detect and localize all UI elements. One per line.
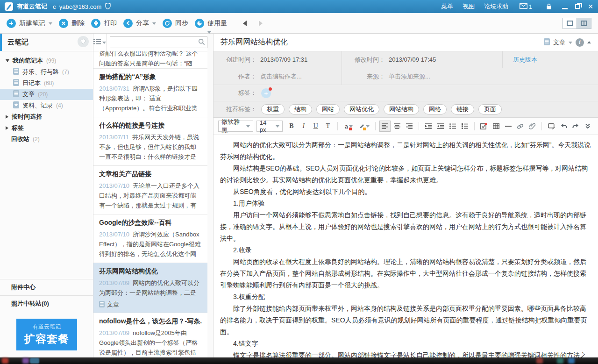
photo-station-link[interactable]: 照片中转站(0): [0, 295, 93, 312]
history-versions-link[interactable]: 历史版本: [513, 56, 537, 64]
note-list-item-selected[interactable]: 芬乐网网站结构优化 2013/07/09网站内的优化大致可以分为两部分：一是网站…: [93, 263, 207, 313]
note-content[interactable]: 网站内的优化大致可以分为两部分：一是网站结构调整，二是针对网站上的相关词的相关性…: [214, 135, 598, 357]
bold-button[interactable]: B: [286, 121, 297, 132]
sync-button[interactable]: 同步: [163, 19, 188, 28]
search-input[interactable]: [110, 39, 198, 46]
note-title[interactable]: 芬乐网网站结构优化: [221, 37, 288, 47]
print-button[interactable]: 打印: [91, 19, 117, 28]
sidebar-item-notebook[interactable]: 资料、记录 (4): [0, 100, 93, 111]
view-single-pane-button[interactable]: [562, 18, 577, 29]
undo-button[interactable]: [558, 121, 569, 132]
windows-taskbar[interactable]: [0, 357, 598, 364]
paragraph[interactable]: 从SEO角度看，优化网站要达到以下几个目的。: [220, 186, 591, 198]
suggested-tag[interactable]: 网站: [316, 104, 340, 114]
close-button[interactable]: ✕: [588, 3, 593, 10]
paragraph[interactable]: 网站结构是SEO的基础。SEO人员对页面优化讨论的比较多，如页面上关键词怎样分布…: [220, 163, 591, 186]
account-shield-icon[interactable]: [105, 3, 111, 11]
paragraph[interactable]: 用户访问一个网站必须能够不假思索地自如点击链接，找到自己想要的信息。这有赖于良好…: [220, 209, 591, 244]
suggested-tag[interactable]: 页面: [478, 104, 502, 114]
font-size-select[interactable]: 14 px: [256, 121, 283, 132]
note-list-item[interactable]: 文章相关产品链接 2013/07/10无论单一入口还是多个入口结构，对最终产品页…: [93, 166, 207, 214]
paragraph[interactable]: 3.权重分配: [220, 291, 591, 303]
font-color-button[interactable]: a: [342, 121, 356, 132]
view-menu-button[interactable]: 视图: [463, 2, 475, 11]
insert-link-button[interactable]: [515, 121, 526, 132]
highlight-color-button[interactable]: [357, 121, 371, 132]
redo-button[interactable]: [570, 121, 581, 132]
sidebar-item-notebook-selected[interactable]: 文章 (20): [0, 89, 93, 100]
more-tools-chevron-button[interactable]: [582, 121, 593, 132]
expand-arrow-icon[interactable]: [6, 59, 9, 62]
history-back-button[interactable]: [240, 21, 247, 26]
history-forward-button[interactable]: [259, 21, 265, 26]
paragraph[interactable]: 1.用户体验: [220, 198, 591, 209]
collapse-arrow-icon[interactable]: [6, 126, 8, 130]
share-button[interactable]: 分享: [123, 19, 156, 28]
italic-button[interactable]: I: [298, 121, 309, 132]
author-field[interactable]: 点击编辑作者...: [260, 72, 302, 81]
list-scrollbar[interactable]: [207, 34, 214, 357]
usage-button[interactable]: 使用量: [195, 19, 227, 28]
search-icon[interactable]: [198, 38, 205, 47]
suggested-tag[interactable]: 结构: [289, 104, 312, 114]
minimize-button[interactable]: [562, 8, 568, 9]
restore-button[interactable]: [575, 4, 580, 9]
align-left-button[interactable]: [379, 121, 391, 132]
source-field[interactable]: 单击添加来源...: [389, 72, 430, 81]
sidebar-item-notebook[interactable]: 日记本 (68): [0, 78, 93, 89]
todo-checkbox-button[interactable]: [478, 121, 490, 132]
note-list-item[interactable]: 服饰搭配的“A”形象 2013/07/31所谓A形象，是指以下四种形象表达，即：…: [93, 69, 207, 117]
paragraph[interactable]: 网站内的优化大致可以分为两部分：一是网站结构调整，二是针对网站上的相关词的相关性…: [220, 139, 591, 163]
insert-table-button[interactable]: [491, 121, 502, 132]
forum-help-button[interactable]: 论坛求助: [484, 2, 508, 11]
paragraph[interactable]: 网站页面的收录在很大程度上依靠良好的网站结构。理论上，清晰的网站结构很容易说清楚…: [220, 256, 591, 291]
sidebar-item-by-time[interactable]: 按时间选择: [0, 111, 93, 122]
note-list-item[interactable]: 搭配什么衣服出席何种活动呢？ 这个问题的答案只是简单的一句话：“随意。”没有..…: [93, 51, 207, 69]
chevron-down-icon[interactable]: [152, 22, 156, 27]
add-tag-button[interactable]: +: [261, 88, 271, 98]
new-note-button[interactable]: 新建笔记: [7, 19, 52, 28]
suggested-tag[interactable]: 网站优化: [344, 104, 379, 114]
storage-upgrade-ad[interactable]: 有道云笔记 扩容套餐: [16, 319, 77, 350]
sidebar-item-notebook[interactable]: 芬乐、行与路 (7): [0, 66, 93, 78]
lock-button[interactable]: [546, 3, 552, 10]
align-center-button[interactable]: [392, 121, 403, 132]
underline-button[interactable]: U: [310, 121, 321, 132]
font-family-select[interactable]: 微软雅黑: [218, 121, 253, 132]
horizontal-rule-button[interactable]: [503, 121, 514, 132]
delete-button[interactable]: 删除: [59, 19, 85, 28]
indent-decrease-button[interactable]: [435, 121, 446, 132]
paragraph[interactable]: 2.收录: [220, 244, 591, 256]
sidebar-item-my-notebooks[interactable]: 我的笔记本 (99): [0, 55, 93, 66]
chevron-down-icon[interactable]: [569, 42, 572, 46]
sidebar-item-tags[interactable]: 标签: [0, 122, 93, 134]
menu-button[interactable]: 菜单: [441, 2, 453, 11]
numbered-list-button[interactable]: [459, 121, 470, 132]
indent-increase-button[interactable]: [423, 121, 434, 132]
sidebar-item-trash[interactable]: 回收站 (2): [0, 134, 93, 145]
highlight-block-button[interactable]: [546, 121, 557, 132]
collapse-meta-chevron-icon[interactable]: [587, 39, 591, 43]
bullet-list-button[interactable]: [447, 121, 458, 132]
chevron-down-icon[interactable]: [49, 22, 52, 27]
suggested-tag[interactable]: 链接: [451, 104, 474, 114]
collapse-arrow-icon[interactable]: [6, 115, 8, 119]
paragraph[interactable]: 锚文字是排名算法很重要的一部分。网站内部链接锚文字是站长自己能控制的，所以是最主…: [220, 350, 591, 357]
suggested-tag[interactable]: 权重: [261, 104, 285, 114]
align-right-button[interactable]: [404, 121, 415, 132]
attachment-center-link[interactable]: 附件中心: [0, 279, 93, 295]
mail-button[interactable]: 1: [520, 3, 532, 10]
note-list-item[interactable]: nofollow是什么，该怎么用？-写条... 2013/07/09nofoll…: [93, 313, 207, 357]
notebook-selector[interactable]: 文章: [553, 38, 565, 47]
paragraph[interactable]: 4.锚文字: [220, 338, 591, 350]
suggested-tag[interactable]: 网站结构: [384, 104, 419, 114]
info-icon[interactable]: i: [576, 38, 584, 47]
note-list-item[interactable]: 什么样的链接是号连接 2013/07/11芬乐网天天发外链，虽说不多，但也足够，…: [93, 117, 207, 166]
suggested-tag[interactable]: 网络: [423, 104, 447, 114]
view-two-pane-button[interactable]: [577, 18, 591, 29]
sort-order-button[interactable]: [93, 34, 107, 51]
upgrade-gem-button[interactable]: [77, 36, 89, 49]
attachment-button[interactable]: [527, 121, 538, 132]
strikethrough-button[interactable]: T: [322, 121, 334, 132]
search-options-chevron-icon[interactable]: [207, 31, 211, 43]
